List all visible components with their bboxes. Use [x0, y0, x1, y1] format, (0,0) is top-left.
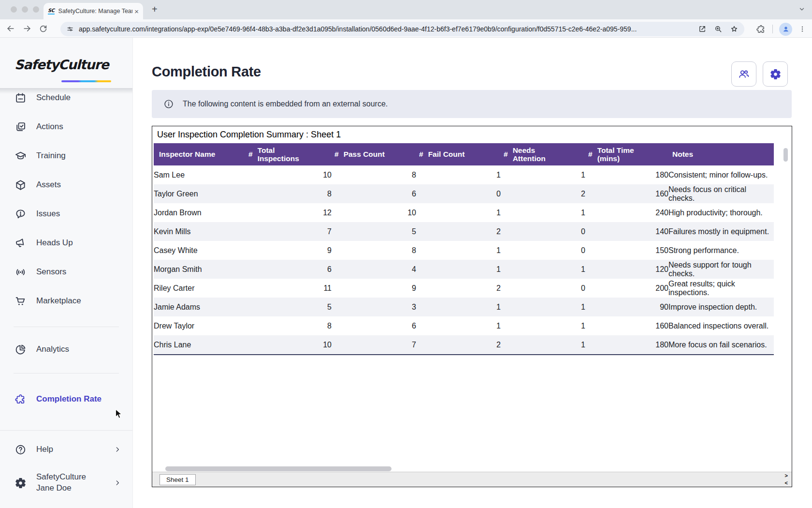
window-close-button[interactable] [11, 6, 17, 13]
banner-text: The following content is embedded from a… [183, 100, 388, 108]
inspection-summary-table: Inspector Name#Total Inspections#Pass Co… [154, 143, 774, 355]
cell-inspector-name: Chris Lane [154, 335, 246, 355]
profile-avatar[interactable] [779, 23, 792, 36]
cell-value: 1 [501, 203, 585, 222]
cell-value: 2 [416, 279, 501, 298]
profile-org: SafetyCulture [36, 472, 86, 483]
url-bar[interactable]: app.safetyculture.com/integrations/app-e… [60, 22, 744, 36]
cell-inspector-name: Drew Taylor [154, 316, 246, 335]
sidebar: SafetyCulture Schedule Actions Training … [0, 38, 133, 508]
cell-value: 3 [332, 298, 416, 316]
back-icon[interactable] [6, 24, 15, 33]
sidebar-item-analytics[interactable]: Analytics [0, 335, 132, 364]
bookmark-star-icon[interactable] [730, 25, 739, 33]
sidebar-item-schedule[interactable]: Schedule [0, 83, 132, 112]
table-row: Casey White9810150Strong performance. [154, 241, 774, 260]
cell-inspector-name: Jamie Adams [154, 298, 246, 316]
cell-value: 1 [501, 165, 585, 184]
cell-notes: Improve inspection depth. [668, 298, 774, 316]
sidebar-item-training[interactable]: Training [0, 141, 132, 170]
tab-close-icon[interactable]: × [134, 8, 139, 15]
vertical-scrollbar-thumb[interactable] [783, 148, 788, 162]
screen: SC SafetyCulture: Manage Teams × + app.s… [0, 0, 812, 508]
reload-icon[interactable] [39, 24, 48, 33]
column-header-inspector-name: Inspector Name [154, 143, 246, 165]
tab-title: SafetyCulture: Manage Teams [58, 8, 133, 15]
cell-value: 1 [501, 298, 585, 316]
cell-value: 11 [246, 279, 332, 298]
open-in-new-icon[interactable] [698, 25, 707, 33]
zoom-icon[interactable] [714, 25, 723, 33]
cell-notes: Needs support for tough checks. [668, 260, 774, 279]
cell-value: 1 [416, 260, 501, 279]
settings-button[interactable] [763, 61, 788, 87]
cell-notes: Balanced inspections overall. [668, 316, 774, 335]
sidebar-item-label: Analytics [36, 344, 69, 354]
sidebar-item-help[interactable]: Help [0, 434, 132, 464]
cell-value: 0 [501, 222, 585, 241]
window-minimize-button[interactable] [22, 6, 28, 13]
toolbar-right-cluster [756, 22, 806, 36]
info-icon [163, 99, 174, 109]
cell-inspector-name: Riley Carter [154, 279, 246, 298]
cell-value: 1 [501, 260, 585, 279]
horizontal-scrollbar-thumb[interactable] [165, 466, 392, 471]
cell-value: 8 [332, 165, 416, 184]
cell-value: 1 [416, 298, 501, 316]
browser-tab[interactable]: SC SafetyCulture: Manage Teams × [44, 3, 143, 19]
table-row: Chris Lane10721180More focus on fail sce… [154, 335, 774, 355]
sidebar-item-assets[interactable]: Assets [0, 170, 132, 199]
sidebar-item-marketplace[interactable]: Marketplace [0, 286, 132, 315]
manage-users-button[interactable] [731, 61, 756, 87]
url-bar-actions [698, 25, 739, 33]
cell-inspector-name: Jordan Brown [154, 203, 246, 222]
window-maximize-button[interactable] [33, 6, 39, 13]
checklist-squares-icon [14, 121, 27, 133]
tab-search-chevron-icon[interactable] [798, 6, 805, 13]
cell-value: 240 [585, 203, 668, 222]
sheet-next-icon[interactable]: > [785, 473, 788, 479]
site-settings-icon[interactable] [66, 25, 74, 33]
sidebar-item-heads-up[interactable]: Heads Up [0, 228, 132, 257]
cell-value: 9 [332, 279, 416, 298]
cell-value: 160 [585, 316, 668, 335]
sheet-title: User Inspection Completion Summary : She… [152, 126, 792, 143]
calendar-icon [14, 92, 27, 104]
cell-value: 8 [332, 241, 416, 260]
table-row: Drew Taylor8611160Balanced inspections o… [154, 316, 774, 335]
sheet-prev-icon[interactable]: < [785, 480, 788, 486]
cell-value: 12 [246, 203, 332, 222]
sidebar-item-completion-rate[interactable]: Completion Rate [0, 385, 132, 414]
browser-nav-buttons [6, 24, 48, 33]
table-row: Kevin Mills7520140Failures mostly in equ… [154, 222, 774, 241]
browser-menu-kebab-icon[interactable] [798, 25, 806, 33]
cell-value: 2 [416, 222, 501, 241]
sidebar-nav: Schedule Actions Training Assets Issues … [0, 83, 132, 414]
sidebar-item-label: Assets [36, 180, 61, 190]
extensions-puzzle-icon[interactable] [756, 24, 766, 34]
cell-value: 1 [501, 316, 585, 335]
sidebar-item-profile[interactable]: SafetyCulture Jane Doe [0, 464, 132, 501]
new-tab-button[interactable]: + [152, 4, 158, 14]
cell-value: 2 [416, 335, 501, 355]
cell-value: 0 [501, 279, 585, 298]
sidebar-item-label: Completion Rate [36, 394, 102, 404]
cell-notes: Great results; quick inspections. [668, 279, 774, 298]
table-row: Sam Lee10811180Consistent; minor follow-… [154, 165, 774, 184]
cell-value: 120 [585, 260, 668, 279]
table-header-row: Inspector Name#Total Inspections#Pass Co… [154, 143, 774, 165]
main-content: Completion Rate The following content is… [133, 38, 812, 508]
toolbar-separator [772, 25, 773, 33]
sidebar-item-sensors[interactable]: Sensors [0, 257, 132, 286]
sidebar-item-actions[interactable]: Actions [0, 112, 132, 141]
cell-value: 6 [332, 184, 416, 203]
cart-icon [14, 295, 27, 307]
sidebar-item-issues[interactable]: Issues [0, 199, 132, 228]
sheet-tab[interactable]: Sheet 1 [160, 474, 196, 485]
cell-value: 150 [585, 241, 668, 260]
forward-icon[interactable] [22, 24, 32, 33]
cell-notes: High productivity; thorough. [668, 203, 774, 222]
cell-value: 8 [246, 316, 332, 335]
cell-value: 8 [246, 184, 332, 203]
sheet-nav: > < [785, 473, 788, 486]
